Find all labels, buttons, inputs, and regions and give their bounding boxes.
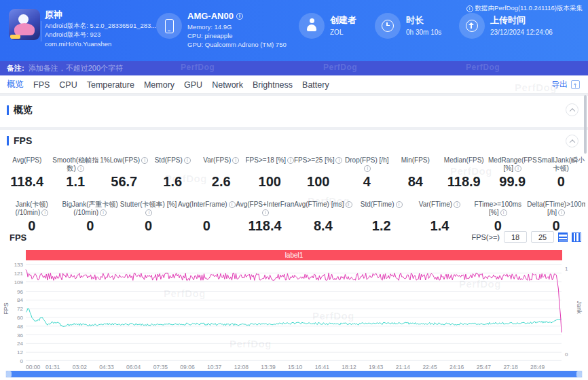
info-icon[interactable]: i xyxy=(229,201,236,208)
metric-value: 1.6 xyxy=(149,174,198,190)
info-icon[interactable]: i xyxy=(184,157,191,164)
metric-value: 99.9 xyxy=(488,174,537,190)
metric-cell: Smooth(稳帧指数)i1.1 xyxy=(52,156,100,190)
metric-cell: Median(FPS)118.9 xyxy=(440,156,489,190)
info-icon[interactable]: i xyxy=(335,157,342,164)
y-tick-label: 133 xyxy=(8,262,23,268)
x-tick-label: 27:18 xyxy=(503,364,517,370)
info-icon[interactable]: i xyxy=(287,157,294,164)
x-tick-label: 15:10 xyxy=(288,364,302,370)
y-tick-label: 0 xyxy=(8,358,23,364)
metric-label: Drop(FPS) [/h]i xyxy=(343,156,392,173)
data-source-note: i 数据由PerfDog(11.0.241116)版本采集 xyxy=(466,4,583,13)
info-icon[interactable]: i xyxy=(396,201,403,208)
tab-GPU[interactable]: GPU xyxy=(184,80,202,90)
tab-CPU[interactable]: CPU xyxy=(59,80,77,90)
x-tick-label: 18:12 xyxy=(342,364,356,370)
device-gpu: GPU: Qualcomm Adreno (TM) 750 xyxy=(187,41,287,48)
info-icon[interactable]: i xyxy=(558,209,565,216)
section-accent-bar xyxy=(7,105,9,115)
tab-概览[interactable]: 概览 xyxy=(7,79,24,90)
upload-time-label: 上传时间 xyxy=(490,14,526,27)
info-icon[interactable]: i xyxy=(77,165,84,172)
x-tick-label: 19:43 xyxy=(369,364,383,370)
duration-icon-circle xyxy=(375,13,401,39)
metric-label: Std(FTime)i xyxy=(352,201,411,217)
export-button[interactable]: 导出 xyxy=(551,75,580,94)
remark-label: 备注: xyxy=(7,63,24,73)
tab-Battery[interactable]: Battery xyxy=(302,80,329,90)
metric-cell: Delta(FTime)>100ms [/h]i0 xyxy=(527,201,585,234)
metric-cell: Stutter(卡顿率) [%]i0 xyxy=(120,201,178,234)
overview-collapse-button[interactable] xyxy=(566,103,578,116)
metric-label: FPS>=25 [%]i xyxy=(294,156,343,173)
fps-collapse-button[interactable] xyxy=(566,135,578,148)
info-icon: i xyxy=(466,5,473,12)
y-tick-label: 12 xyxy=(8,349,23,356)
overview-section-title: 概览 xyxy=(14,104,33,116)
info-icon[interactable]: i xyxy=(515,165,521,172)
overview-section-header: 概览 xyxy=(7,104,33,116)
tab-Brightness[interactable]: Brightness xyxy=(253,80,293,90)
tab-Memory[interactable]: Memory xyxy=(144,80,174,90)
chart-columns-icon[interactable] xyxy=(572,232,581,242)
perfdog-report: i 数据由PerfDog(11.0.241116)版本采集 原神 Android… xyxy=(0,0,588,380)
y-tick-label: 121 xyxy=(8,271,23,277)
chevron-up-icon xyxy=(569,108,574,114)
x-tick-label: 21:14 xyxy=(396,364,410,370)
metric-value: 56.7 xyxy=(100,174,149,190)
fps-threshold-input-2[interactable] xyxy=(531,231,554,243)
y-tick-label: 109 xyxy=(8,279,23,286)
remark-bar[interactable]: 备注: 添加备注，不超过200个字符 xyxy=(0,61,588,75)
y-tick-label-right: 1 xyxy=(565,266,568,272)
metric-value: 0 xyxy=(3,218,61,234)
scrollbar-right-handle[interactable] xyxy=(576,371,582,377)
metric-cell: SmallJank(瞬小卡顿)(/10min)i0 xyxy=(537,156,586,190)
info-icon[interactable]: i xyxy=(364,165,371,172)
scrollbar-thumb[interactable] xyxy=(6,371,582,377)
chart-horizontal-scrollbar[interactable] xyxy=(5,370,583,378)
page-scrollbar[interactable] xyxy=(584,95,587,154)
chart-rows-icon[interactable] xyxy=(558,232,568,242)
info-icon[interactable]: i xyxy=(454,201,460,208)
x-tick-label: 12:08 xyxy=(234,364,249,370)
x-tick-label: 10:37 xyxy=(207,364,221,370)
device-info-icon[interactable]: i xyxy=(236,13,243,20)
remark-placeholder: 添加备注，不超过200个字符 xyxy=(29,63,123,73)
header-divider xyxy=(41,21,41,41)
fps-section-header: FPS xyxy=(7,135,32,146)
info-icon[interactable]: i xyxy=(262,209,269,216)
tab-FPS[interactable]: FPS xyxy=(33,80,50,90)
fps-plot[interactable]: 012243648607284961091211330100:0001:3103… xyxy=(26,264,562,361)
info-icon[interactable]: i xyxy=(41,209,48,216)
metric-label: Delta(FTime)>100ms [/h]i xyxy=(527,201,585,217)
upload-time-value: 23/12/2024 12:24:06 xyxy=(490,29,553,36)
tab-Network[interactable]: Network xyxy=(212,80,243,90)
metric-label: MedRange(FPS)[%]i xyxy=(488,156,537,173)
export-icon xyxy=(571,80,580,89)
upload-icon-circle xyxy=(459,13,485,39)
info-icon[interactable]: i xyxy=(346,201,352,208)
info-icon[interactable]: i xyxy=(145,209,152,216)
info-icon[interactable]: i xyxy=(100,209,107,216)
x-tick-label: 25:47 xyxy=(477,364,491,370)
device-cpu: CPU: pineapple xyxy=(187,32,233,39)
x-tick-label: 03:02 xyxy=(73,364,87,370)
metric-label: 1%Low(FPS)i xyxy=(100,156,149,173)
tab-Temperature[interactable]: Temperature xyxy=(87,80,134,90)
metric-cell: Var(FPS)i2.6 xyxy=(197,156,246,190)
info-icon[interactable]: i xyxy=(141,157,148,164)
info-icon[interactable]: i xyxy=(232,157,239,164)
scrollbar-left-handle[interactable] xyxy=(6,371,12,377)
metric-cell: FPS>=18 [%]i100 xyxy=(246,156,295,190)
duration-label: 时长 xyxy=(406,14,424,27)
metric-label: Smooth(稳帧指数)i xyxy=(52,156,100,173)
fps-threshold-input-1[interactable] xyxy=(504,231,527,243)
info-icon[interactable]: i xyxy=(500,209,507,216)
metric-value: 1.4 xyxy=(411,218,469,234)
phone-icon xyxy=(165,19,174,33)
metric-value: 8.4 xyxy=(294,218,352,234)
metric-value: 1.1 xyxy=(52,174,100,190)
metric-label: Min(FPS) xyxy=(391,156,440,173)
metric-label: Std(FPS)i xyxy=(149,156,198,173)
